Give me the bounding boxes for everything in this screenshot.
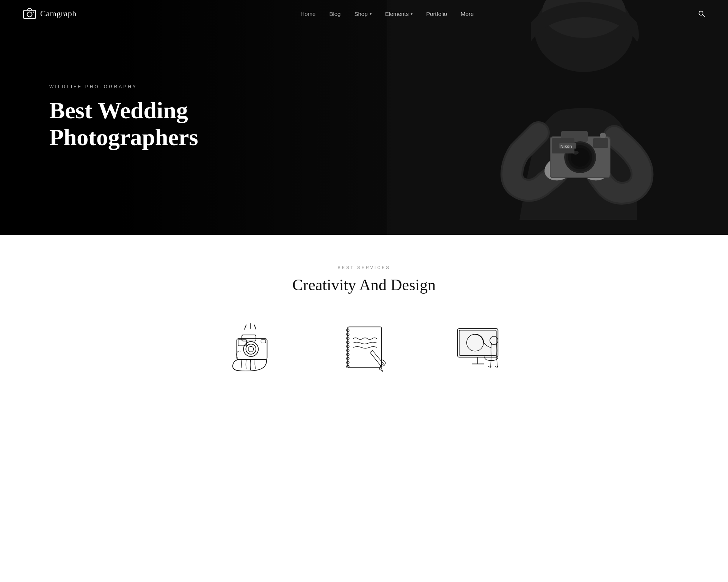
svg-line-4 — [703, 15, 704, 17]
services-section: BEST SERVICES Creativity And Design — [0, 235, 728, 400]
svg-line-25 — [254, 325, 256, 329]
services-label: BEST SERVICES — [23, 265, 705, 270]
svg-rect-31 — [261, 340, 265, 343]
svg-line-45 — [370, 350, 372, 352]
svg-rect-0 — [24, 10, 36, 19]
svg-point-30 — [248, 346, 254, 352]
writing-illustration — [334, 317, 394, 377]
svg-rect-27 — [242, 335, 256, 341]
nav-item-shop[interactable]: Shop ▾ — [354, 11, 371, 17]
svg-point-29 — [246, 344, 256, 354]
main-nav: Home Blog Shop ▾ Elements ▾ Portfolio Mo… — [300, 11, 474, 17]
services-grid — [23, 317, 705, 377]
hero-title: Best Wedding Photographers — [49, 97, 198, 151]
hero-section: Nikon WILDLIFE PHOTOGRAPHY Best Wedding … — [0, 0, 728, 235]
svg-rect-22 — [593, 138, 608, 148]
search-icon — [698, 10, 705, 17]
camera-icon — [23, 7, 36, 20]
hero-category: WILDLIFE PHOTOGRAPHY — [49, 84, 198, 89]
svg-text:Nikon: Nikon — [560, 144, 572, 149]
service-item-design — [436, 317, 519, 377]
hero-photographer-illustration: Nikon — [387, 0, 728, 235]
chevron-down-icon: ▾ — [370, 12, 372, 16]
svg-line-53 — [497, 357, 497, 367]
site-header: Camgraph Home Blog Shop ▾ Elements ▾ Por… — [0, 0, 728, 27]
logo-text: Camgraph — [40, 9, 77, 19]
svg-point-1 — [27, 12, 32, 17]
svg-point-21 — [600, 133, 606, 139]
nav-item-home[interactable]: Home — [300, 11, 315, 17]
hero-content: WILDLIFE PHOTOGRAPHY Best Wedding Photog… — [0, 84, 198, 151]
design-illustration — [447, 317, 508, 377]
service-item-writing — [322, 317, 406, 377]
svg-line-52 — [491, 357, 491, 367]
camera-illustration — [220, 317, 281, 377]
svg-point-2 — [33, 12, 34, 13]
search-button[interactable] — [698, 10, 705, 17]
nav-item-more[interactable]: More — [461, 11, 474, 17]
logo[interactable]: Camgraph — [23, 7, 77, 20]
svg-line-24 — [245, 325, 246, 329]
nav-item-blog[interactable]: Blog — [329, 11, 340, 17]
nav-item-elements[interactable]: Elements ▾ — [385, 11, 413, 17]
nav-item-portfolio[interactable]: Portfolio — [426, 11, 447, 17]
service-item-camera — [209, 317, 292, 377]
services-title: Creativity And Design — [23, 276, 705, 294]
chevron-down-icon: ▾ — [411, 12, 413, 16]
